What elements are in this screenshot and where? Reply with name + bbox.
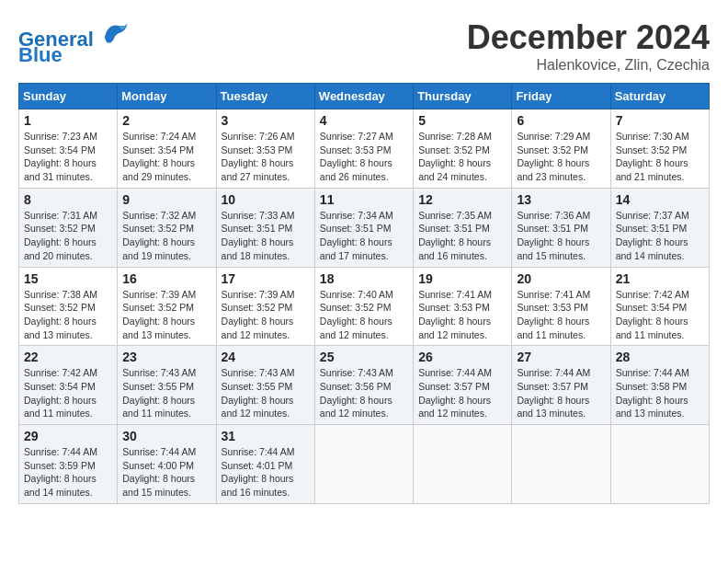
calendar-week-1: 1 Sunrise: 7:23 AM Sunset: 3:54 PM Dayli… — [19, 109, 710, 189]
calendar-cell: 13 Sunrise: 7:36 AM Sunset: 3:51 PM Dayl… — [512, 188, 610, 267]
calendar-cell: 10 Sunrise: 7:33 AM Sunset: 3:51 PM Dayl… — [216, 188, 314, 267]
day-number: 24 — [222, 350, 310, 364]
page-header: General Blue December 2024 Halenkovice, … — [18, 18, 710, 74]
day-info: Sunrise: 7:39 AM Sunset: 3:52 PM Dayligh… — [222, 288, 310, 342]
day-number: 15 — [24, 271, 112, 286]
calendar-header-tuesday: Tuesday — [216, 84, 314, 109]
calendar-cell: 4 Sunrise: 7:27 AM Sunset: 3:53 PM Dayli… — [314, 109, 413, 189]
calendar-cell: 22 Sunrise: 7:42 AM Sunset: 3:54 PM Dayl… — [19, 346, 118, 425]
day-info: Sunrise: 7:37 AM Sunset: 3:51 PM Dayligh… — [616, 209, 704, 263]
calendar-cell: 18 Sunrise: 7:40 AM Sunset: 3:52 PM Dayl… — [314, 267, 413, 346]
calendar-cell — [414, 425, 512, 504]
day-number: 9 — [122, 192, 210, 207]
calendar-cell: 3 Sunrise: 7:26 AM Sunset: 3:53 PM Dayli… — [216, 109, 314, 189]
day-info: Sunrise: 7:29 AM Sunset: 3:52 PM Dayligh… — [517, 130, 605, 184]
day-info: Sunrise: 7:32 AM Sunset: 3:52 PM Dayligh… — [122, 209, 210, 263]
day-info: Sunrise: 7:43 AM Sunset: 3:55 PM Dayligh… — [122, 366, 210, 420]
calendar-header-wednesday: Wednesday — [314, 84, 413, 109]
day-number: 26 — [418, 350, 506, 364]
calendar-cell: 27 Sunrise: 7:44 AM Sunset: 3:57 PM Dayl… — [512, 346, 610, 425]
day-info: Sunrise: 7:39 AM Sunset: 3:52 PM Dayligh… — [122, 288, 210, 342]
day-info: Sunrise: 7:43 AM Sunset: 3:56 PM Dayligh… — [320, 366, 408, 420]
day-info: Sunrise: 7:40 AM Sunset: 3:52 PM Dayligh… — [320, 288, 408, 342]
calendar-table: SundayMondayTuesdayWednesdayThursdayFrid… — [18, 83, 710, 504]
day-number: 16 — [122, 271, 210, 286]
calendar-cell: 17 Sunrise: 7:39 AM Sunset: 3:52 PM Dayl… — [216, 267, 314, 346]
calendar-cell: 31 Sunrise: 7:44 AM Sunset: 4:01 PM Dayl… — [216, 425, 314, 504]
calendar-cell: 6 Sunrise: 7:29 AM Sunset: 3:52 PM Dayli… — [512, 109, 610, 189]
day-number: 12 — [418, 192, 506, 207]
calendar-cell: 15 Sunrise: 7:38 AM Sunset: 3:52 PM Dayl… — [19, 267, 118, 346]
calendar-cell: 8 Sunrise: 7:31 AM Sunset: 3:52 PM Dayli… — [19, 188, 118, 267]
calendar-cell: 2 Sunrise: 7:24 AM Sunset: 3:54 PM Dayli… — [118, 109, 216, 189]
day-info: Sunrise: 7:31 AM Sunset: 3:52 PM Dayligh… — [24, 209, 112, 263]
day-number: 19 — [418, 271, 506, 286]
day-number: 3 — [222, 113, 310, 128]
day-info: Sunrise: 7:44 AM Sunset: 3:58 PM Dayligh… — [616, 366, 704, 420]
day-info: Sunrise: 7:44 AM Sunset: 3:57 PM Dayligh… — [418, 366, 506, 420]
calendar-cell: 30 Sunrise: 7:44 AM Sunset: 4:00 PM Dayl… — [118, 425, 216, 504]
day-info: Sunrise: 7:35 AM Sunset: 3:51 PM Dayligh… — [418, 209, 506, 263]
calendar-header-monday: Monday — [118, 84, 216, 109]
location: Halenkovice, Zlin, Czechia — [467, 57, 710, 74]
day-info: Sunrise: 7:36 AM Sunset: 3:51 PM Dayligh… — [517, 209, 605, 263]
day-number: 13 — [517, 192, 605, 207]
calendar-cell: 28 Sunrise: 7:44 AM Sunset: 3:58 PM Dayl… — [610, 346, 709, 425]
calendar-cell — [610, 425, 709, 504]
calendar-cell: 1 Sunrise: 7:23 AM Sunset: 3:54 PM Dayli… — [19, 109, 118, 189]
calendar-cell: 5 Sunrise: 7:28 AM Sunset: 3:52 PM Dayli… — [414, 109, 512, 189]
logo-bird-icon — [101, 18, 129, 46]
day-info: Sunrise: 7:27 AM Sunset: 3:53 PM Dayligh… — [320, 130, 408, 184]
calendar-cell — [512, 425, 610, 504]
day-info: Sunrise: 7:30 AM Sunset: 3:52 PM Dayligh… — [616, 130, 704, 184]
day-number: 18 — [320, 271, 408, 286]
day-number: 29 — [24, 429, 112, 443]
day-number: 7 — [616, 113, 704, 128]
day-info: Sunrise: 7:28 AM Sunset: 3:52 PM Dayligh… — [418, 130, 506, 184]
title-block: December 2024 Halenkovice, Zlin, Czechia — [467, 18, 710, 74]
calendar-cell: 14 Sunrise: 7:37 AM Sunset: 3:51 PM Dayl… — [610, 188, 709, 267]
day-info: Sunrise: 7:41 AM Sunset: 3:53 PM Dayligh… — [517, 288, 605, 342]
day-number: 30 — [122, 429, 210, 443]
calendar-cell: 23 Sunrise: 7:43 AM Sunset: 3:55 PM Dayl… — [118, 346, 216, 425]
calendar-cell: 24 Sunrise: 7:43 AM Sunset: 3:55 PM Dayl… — [216, 346, 314, 425]
calendar-header-friday: Friday — [512, 84, 610, 109]
day-info: Sunrise: 7:23 AM Sunset: 3:54 PM Dayligh… — [24, 130, 112, 184]
calendar-cell: 26 Sunrise: 7:44 AM Sunset: 3:57 PM Dayl… — [414, 346, 512, 425]
day-info: Sunrise: 7:41 AM Sunset: 3:53 PM Dayligh… — [418, 288, 506, 342]
calendar-week-3: 15 Sunrise: 7:38 AM Sunset: 3:52 PM Dayl… — [19, 267, 710, 346]
calendar-cell: 12 Sunrise: 7:35 AM Sunset: 3:51 PM Dayl… — [414, 188, 512, 267]
day-info: Sunrise: 7:34 AM Sunset: 3:51 PM Dayligh… — [320, 209, 408, 263]
calendar-cell: 16 Sunrise: 7:39 AM Sunset: 3:52 PM Dayl… — [118, 267, 216, 346]
calendar-cell: 11 Sunrise: 7:34 AM Sunset: 3:51 PM Dayl… — [314, 188, 413, 267]
calendar-cell: 25 Sunrise: 7:43 AM Sunset: 3:56 PM Dayl… — [314, 346, 413, 425]
day-number: 27 — [517, 350, 605, 364]
day-number: 10 — [222, 192, 310, 207]
logo: General Blue — [18, 18, 129, 67]
day-number: 8 — [24, 192, 112, 207]
calendar-body: 1 Sunrise: 7:23 AM Sunset: 3:54 PM Dayli… — [19, 109, 710, 504]
day-info: Sunrise: 7:26 AM Sunset: 3:53 PM Dayligh… — [222, 130, 310, 184]
day-number: 2 — [122, 113, 210, 128]
calendar-header-row: SundayMondayTuesdayWednesdayThursdayFrid… — [19, 84, 710, 109]
calendar-header-sunday: Sunday — [19, 84, 118, 109]
calendar-cell: 7 Sunrise: 7:30 AM Sunset: 3:52 PM Dayli… — [610, 109, 709, 189]
day-info: Sunrise: 7:38 AM Sunset: 3:52 PM Dayligh… — [24, 288, 112, 342]
day-info: Sunrise: 7:42 AM Sunset: 3:54 PM Dayligh… — [24, 366, 112, 420]
calendar-week-5: 29 Sunrise: 7:44 AM Sunset: 3:59 PM Dayl… — [19, 425, 710, 504]
day-number: 20 — [517, 271, 605, 286]
day-number: 6 — [517, 113, 605, 128]
calendar-header-saturday: Saturday — [610, 84, 709, 109]
day-number: 22 — [24, 350, 112, 364]
calendar-cell: 19 Sunrise: 7:41 AM Sunset: 3:53 PM Dayl… — [414, 267, 512, 346]
calendar-header-thursday: Thursday — [414, 84, 512, 109]
day-info: Sunrise: 7:43 AM Sunset: 3:55 PM Dayligh… — [222, 366, 310, 420]
day-number: 25 — [320, 350, 408, 364]
day-number: 4 — [320, 113, 408, 128]
day-number: 11 — [320, 192, 408, 207]
day-number: 14 — [616, 192, 704, 207]
day-number: 1 — [24, 113, 112, 128]
day-info: Sunrise: 7:44 AM Sunset: 4:00 PM Dayligh… — [122, 445, 210, 500]
day-number: 21 — [616, 271, 704, 286]
day-number: 17 — [222, 271, 310, 286]
